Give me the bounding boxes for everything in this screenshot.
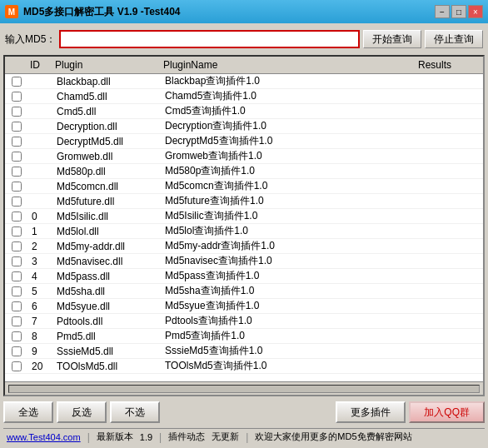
header-id: ID xyxy=(28,58,53,72)
row-checkbox-cell[interactable] xyxy=(5,316,28,326)
row-pluginname: Md5navisec查询插件1.0 xyxy=(162,254,416,268)
titlebar: M MD5多接口解密工具 V1.9 -Test404 − □ × xyxy=(0,0,488,23)
table-row: 9 SssieMd5.dll SssieMd5查询插件1.0 xyxy=(5,344,483,359)
row-checkbox[interactable] xyxy=(12,256,22,266)
table-row: 1 Md5lol.dll Md5lol查询插件1.0 xyxy=(5,224,483,239)
row-plugin: Md5syue.dll xyxy=(53,301,162,312)
row-plugin: Md580p.dll xyxy=(53,166,162,177)
row-id: 9 xyxy=(28,346,53,357)
row-checkbox-cell[interactable] xyxy=(5,301,28,311)
table-row: 6 Md5syue.dll Md5syue查询插件1.0 xyxy=(5,299,483,314)
md5-input[interactable] xyxy=(59,30,360,48)
table-row: Decryption.dll Decryption查询插件1.0 xyxy=(5,119,483,134)
header-pluginname: PluginName xyxy=(162,58,416,72)
row-checkbox-cell[interactable] xyxy=(5,197,28,207)
website-link[interactable]: www.Test404.com xyxy=(7,432,81,442)
table-row: 20 TOOlsMd5.dll TOOlsMd5查询插件1.0 xyxy=(5,359,483,374)
qq-button[interactable]: 加入QQ群 xyxy=(409,401,485,423)
row-checkbox[interactable] xyxy=(12,92,22,102)
row-checkbox[interactable] xyxy=(12,137,22,147)
plugin-label: 插件动态 xyxy=(168,431,205,443)
row-plugin: Md5comcn.dll xyxy=(53,181,162,192)
row-checkbox-cell[interactable] xyxy=(5,271,28,281)
row-checkbox[interactable] xyxy=(12,152,22,162)
row-checkbox-cell[interactable] xyxy=(5,286,28,296)
row-checkbox[interactable] xyxy=(12,197,22,207)
row-plugin: SssieMd5.dll xyxy=(53,346,162,357)
row-checkbox[interactable] xyxy=(12,316,22,326)
table-body: Blackbap.dll Blackbap查询插件1.0 Chamd5.dll … xyxy=(5,74,483,381)
row-checkbox-cell[interactable] xyxy=(5,122,28,132)
row-checkbox-cell[interactable] xyxy=(5,77,28,87)
row-checkbox-cell[interactable] xyxy=(5,241,28,251)
horizontal-scrollbar[interactable] xyxy=(5,381,483,395)
header-plugin: Plugin xyxy=(53,58,162,72)
row-plugin: Pmd5.dll xyxy=(53,331,162,342)
select-all-button[interactable]: 全选 xyxy=(3,401,53,423)
row-pluginname: SssieMd5查询插件1.0 xyxy=(162,344,416,358)
row-plugin: Md5sha.dll xyxy=(53,286,162,297)
version-value: 1.9 xyxy=(140,432,152,442)
row-checkbox-cell[interactable] xyxy=(5,212,28,222)
invert-button[interactable]: 反选 xyxy=(57,401,107,423)
row-plugin: Md5my-addr.dll xyxy=(53,241,162,252)
row-plugin: TOOlsMd5.dll xyxy=(53,361,162,372)
row-checkbox[interactable] xyxy=(12,286,22,296)
row-checkbox[interactable] xyxy=(12,241,22,251)
row-checkbox-cell[interactable] xyxy=(5,361,28,371)
stop-query-button[interactable]: 停止查询 xyxy=(425,30,483,48)
row-checkbox-cell[interactable] xyxy=(5,107,28,117)
window-title: MD5多接口解密工具 V1.9 -Test404 xyxy=(23,5,435,19)
table-row: Md580p.dll Md580p查询插件1.0 xyxy=(5,164,483,179)
more-plugins-button[interactable]: 更多插件 xyxy=(336,401,406,423)
row-checkbox[interactable] xyxy=(12,331,22,341)
main-content: 输入MD5： 开始查询 停止查询 ID Plugin PluginName Re… xyxy=(0,23,488,448)
table-row: Gromweb.dll Gromweb查询插件1.0 xyxy=(5,149,483,164)
row-pluginname: Md580p查询插件1.0 xyxy=(162,164,416,178)
start-query-button[interactable]: 开始查询 xyxy=(363,30,421,48)
row-checkbox[interactable] xyxy=(12,122,22,132)
row-checkbox-cell[interactable] xyxy=(5,182,28,192)
row-checkbox[interactable] xyxy=(12,361,22,371)
hscroll-track[interactable] xyxy=(8,385,480,393)
close-button[interactable]: × xyxy=(468,5,483,18)
row-pluginname: Gromweb查询插件1.0 xyxy=(162,149,416,163)
row-checkbox[interactable] xyxy=(12,212,22,222)
row-checkbox[interactable] xyxy=(12,107,22,117)
row-plugin: Md5lol.dll xyxy=(53,226,162,237)
row-checkbox[interactable] xyxy=(12,346,22,356)
row-checkbox-cell[interactable] xyxy=(5,92,28,102)
table-row: 7 Pdtools.dll Pdtools查询插件1.0 xyxy=(5,314,483,329)
row-plugin: Md5future.dll xyxy=(53,196,162,207)
row-checkbox[interactable] xyxy=(12,77,22,87)
row-checkbox-cell[interactable] xyxy=(5,256,28,266)
deselect-button[interactable]: 不选 xyxy=(110,401,160,423)
table-row: 3 Md5navisec.dll Md5navisec查询插件1.0 xyxy=(5,254,483,269)
row-checkbox-cell[interactable] xyxy=(5,137,28,147)
row-checkbox[interactable] xyxy=(12,167,22,177)
md5-label: 输入MD5： xyxy=(5,32,56,47)
row-checkbox-cell[interactable] xyxy=(5,152,28,162)
row-pluginname: Md5my-addr查询插件1.0 xyxy=(162,239,416,253)
row-checkbox[interactable] xyxy=(12,301,22,311)
maximize-button[interactable]: □ xyxy=(451,5,466,18)
row-checkbox[interactable] xyxy=(12,271,22,281)
update-status: 无更新 xyxy=(212,431,239,443)
row-checkbox[interactable] xyxy=(12,182,22,192)
row-id: 4 xyxy=(28,271,53,282)
welcome-text: 欢迎大家使用更多的MD5免费解密网站 xyxy=(255,431,411,443)
row-checkbox-cell[interactable] xyxy=(5,226,28,236)
table-row: Cmd5.dll Cmd5查询插件1.0 xyxy=(5,104,483,119)
row-checkbox-cell[interactable] xyxy=(5,331,28,341)
row-checkbox-cell[interactable] xyxy=(5,346,28,356)
minimize-button[interactable]: − xyxy=(435,5,450,18)
table-row: Md5comcn.dll Md5comcn查询插件1.0 xyxy=(5,179,483,194)
table-row: DecryptMd5.dll DecryptMd5查询插件1.0 xyxy=(5,134,483,149)
row-pluginname: Md5future查询插件1.0 xyxy=(162,194,416,208)
row-checkbox[interactable] xyxy=(12,226,22,236)
row-pluginname: Cmd5查询插件1.0 xyxy=(162,104,416,118)
row-pluginname: Pdtools查询插件1.0 xyxy=(162,314,416,328)
row-plugin: Blackbap.dll xyxy=(53,76,162,87)
row-pluginname: Md5syue查询插件1.0 xyxy=(162,299,416,313)
row-checkbox-cell[interactable] xyxy=(5,167,28,177)
